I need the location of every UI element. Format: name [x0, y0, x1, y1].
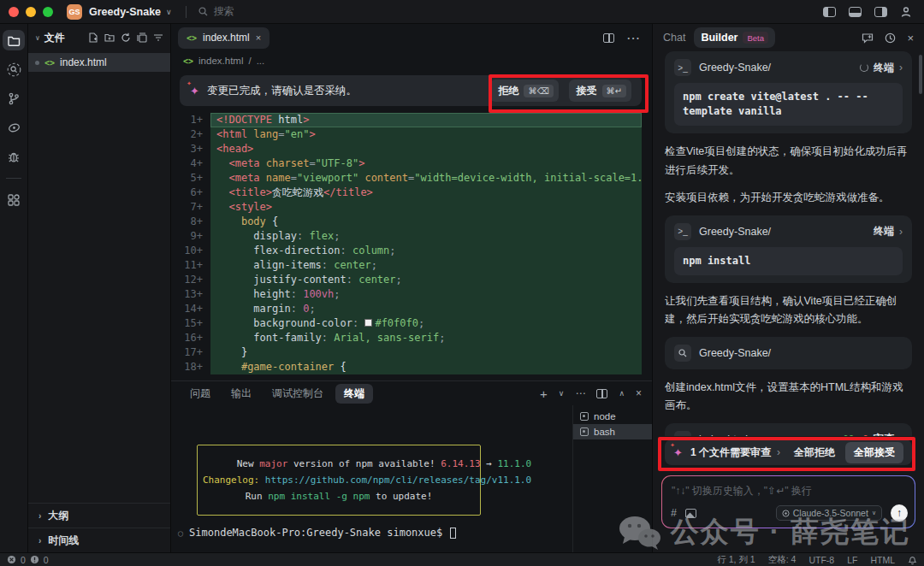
problems-status[interactable]: 0 0 [7, 555, 49, 565]
filter-icon[interactable] [153, 32, 163, 43]
breadcrumb-more[interactable]: ... [257, 56, 265, 66]
code-line[interactable]: 9+ display: flex; [171, 229, 642, 244]
project-name[interactable]: Greedy-Snake [89, 6, 161, 18]
code-line[interactable]: 2+<html lang="en"> [171, 127, 642, 142]
attach-image-icon[interactable] [685, 509, 696, 518]
editor-more-actions-icon[interactable]: ⋯ [626, 30, 640, 46]
code-line[interactable]: 11+ align-items: center; [171, 258, 642, 273]
split-terminal-icon[interactable] [596, 389, 607, 398]
tab-builder[interactable]: Builder Beta [694, 27, 775, 48]
model-selector[interactable]: Claude-3.5-Sonnet ∨ [776, 505, 882, 521]
code-line[interactable]: 18+ #game-container { [171, 360, 642, 374]
terminal-status-label[interactable]: 终端 [874, 224, 894, 239]
review-link[interactable]: 审查 [874, 432, 894, 436]
code-line[interactable]: 10+ flex-direction: column; [171, 244, 642, 258]
code-line[interactable]: 3+<head> [171, 142, 642, 156]
search-card[interactable]: Greedy-Snake/ [665, 337, 912, 369]
toggle-right-panel-icon[interactable] [874, 7, 887, 17]
panel-more-icon[interactable]: ⋯ [575, 387, 585, 399]
tab-debug-console[interactable]: 调试控制台 [264, 384, 332, 404]
collapse-all-icon[interactable] [137, 32, 147, 43]
code-line[interactable]: 15+ background-color: #f0f0f0; [171, 316, 642, 331]
new-folder-icon[interactable] [104, 32, 115, 43]
terminal-session-bash[interactable]: bash [573, 424, 652, 439]
open-terminal-arrow-icon[interactable]: › [899, 62, 903, 74]
tab-output[interactable]: 输出 [222, 384, 260, 404]
close-chat-icon[interactable]: × [907, 32, 914, 44]
code-line[interactable]: 1+<!DOCTYPE html> [171, 113, 642, 127]
file-change-card[interactable]: + index.html +69 -0 审查 › [665, 423, 912, 437]
explorer-icon[interactable] [3, 30, 25, 50]
project-chevron-icon[interactable]: ∨ [166, 8, 172, 16]
code-lines[interactable]: 1+<!DOCTYPE html>2+<html lang="en">3+<he… [171, 113, 642, 380]
new-terminal-icon[interactable]: + [540, 386, 548, 401]
terminal-command-card[interactable]: >_ Greedy-Snake/ 终端 › npm install [665, 215, 912, 283]
tab-problems[interactable]: 问题 [181, 384, 219, 404]
terminal-command-card[interactable]: >_ Greedy-Snake/ 终端 › npm create vite@la… [665, 51, 912, 133]
refresh-icon[interactable] [121, 32, 131, 43]
outline-section[interactable]: › 大纲 [28, 503, 170, 528]
notifications-bell-icon[interactable] [908, 555, 917, 565]
explorer-collapse-chevron-icon[interactable]: ∨ [35, 34, 40, 42]
cursor-position[interactable]: 行 1, 列 1 [717, 554, 755, 566]
eol-sequence[interactable]: LF [847, 555, 857, 565]
toggle-bottom-panel-icon[interactable] [849, 7, 862, 17]
terminal-dropdown-icon[interactable]: ∨ [559, 389, 565, 398]
context-hash-icon[interactable]: # [671, 507, 677, 519]
code-line[interactable]: 6+ <title>贪吃蛇游戏</title> [171, 186, 642, 200]
code-line[interactable]: 12+ justify-content: center; [171, 273, 642, 287]
terminal-status-label[interactable]: 终端 [874, 61, 894, 75]
code-line[interactable]: 7+ <style> [171, 200, 642, 215]
history-icon[interactable] [885, 32, 896, 44]
terminal-prompt[interactable]: ○ SimondeMacBook-Pro:Greedy-Snake simonx… [178, 527, 456, 539]
terminal-output[interactable]: New major version of npm available! 6.14… [171, 405, 573, 552]
source-control-icon[interactable] [3, 88, 25, 109]
tab-terminal[interactable]: 终端 [335, 384, 373, 404]
code-line[interactable]: 14+ margin: 0; [171, 302, 642, 316]
ai-sparkle-icon: ✦ [190, 85, 199, 97]
indentation[interactable]: 空格: 4 [768, 554, 797, 566]
toggle-left-panel-icon[interactable] [823, 7, 836, 17]
encoding[interactable]: UTF-8 [808, 555, 834, 565]
file-tree-item-index-html[interactable]: <> index.html [28, 53, 170, 72]
new-file-icon[interactable] [88, 32, 98, 43]
extensions-icon[interactable] [3, 190, 25, 210]
command-code[interactable]: npm install [674, 247, 903, 275]
minimize-window-button[interactable] [26, 7, 36, 17]
timeline-section[interactable]: › 时间线 [28, 528, 170, 552]
code-line[interactable]: 17+ } [171, 345, 642, 360]
split-editor-icon[interactable] [603, 33, 614, 43]
review-arrow-icon[interactable]: › [899, 433, 903, 437]
breadcrumb[interactable]: <> index.html / ... [171, 51, 652, 70]
command-code[interactable]: npm create vite@latest . -- --template v… [674, 83, 903, 126]
new-chat-icon[interactable] [862, 32, 874, 44]
errors-count: 0 [21, 555, 26, 565]
close-panel-icon[interactable]: × [636, 387, 642, 399]
chat-input[interactable]: "↑↓" 切换历史输入，"⇧↵" 换行 # Claude-3.5-Sonnet … [662, 476, 915, 528]
global-search[interactable]: 搜索 [198, 4, 234, 19]
remote-explorer-icon[interactable] [3, 117, 25, 138]
terminal-session-node[interactable]: node [573, 409, 652, 424]
code-line[interactable]: 4+ <meta charset="UTF-8"> [171, 156, 642, 171]
search-view-icon[interactable] [3, 59, 25, 80]
close-tab-icon[interactable]: × [256, 32, 261, 43]
zoom-window-button[interactable] [43, 7, 53, 17]
debug-icon[interactable] [3, 146, 25, 167]
code-line[interactable]: 13+ height: 100vh; [171, 287, 642, 302]
maximize-panel-icon[interactable]: ∧ [619, 389, 625, 398]
tab-chat[interactable]: Chat [663, 32, 685, 44]
timeline-label: 时间线 [48, 534, 79, 548]
code-line[interactable]: 5+ <meta name="viewport" content="width=… [171, 171, 642, 186]
code-line[interactable]: 16+ font-family: Arial, sans-serif; [171, 331, 642, 345]
editor-tab-index-html[interactable]: <> index.html × [178, 27, 270, 49]
chat-input-border: "↑↓" 切换历史输入，"⇧↵" 换行 # Claude-3.5-Sonnet … [661, 475, 915, 528]
code-line[interactable]: 8+ body { [171, 215, 642, 229]
lines-removed-count: -0 [859, 433, 868, 437]
close-window-button[interactable] [9, 7, 19, 17]
send-button[interactable]: ↑ [891, 504, 908, 522]
open-terminal-arrow-icon[interactable]: › [899, 226, 903, 238]
breadcrumb-file[interactable]: index.html [198, 56, 243, 66]
account-icon[interactable] [900, 6, 912, 18]
language-mode[interactable]: HTML [870, 555, 895, 565]
chat-scrollbar[interactable] [919, 55, 922, 94]
